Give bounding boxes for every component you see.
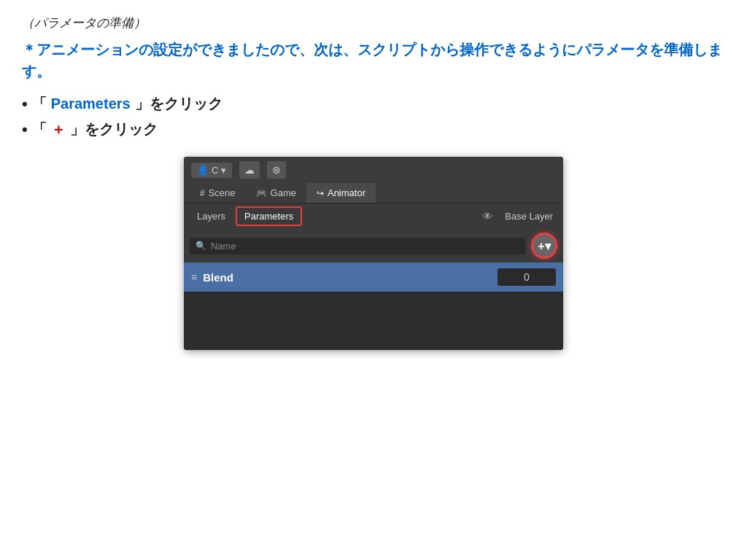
- search-icon: 🔍: [196, 241, 206, 251]
- bullet-parameters: 「Parameters」をクリック: [22, 94, 725, 114]
- collab-button[interactable]: ⊛: [267, 161, 286, 179]
- search-box: 🔍 Name: [190, 238, 525, 254]
- subtab-layers-label: Layers: [197, 211, 225, 222]
- tab-animator[interactable]: ↪ Animator: [306, 183, 376, 203]
- user-button[interactable]: 👤 C ▾: [191, 163, 232, 178]
- screenshot-container: 👤 C ▾ ☁ ⊛ # Scene 🎮 Game ↪ Animator Laye…: [184, 157, 563, 350]
- user-label: C: [212, 165, 218, 176]
- blend-label: Blend: [203, 271, 498, 284]
- baselayer-label: Base Layer: [500, 208, 557, 225]
- scene-icon: #: [200, 188, 205, 198]
- add-parameter-button[interactable]: +▾: [531, 233, 557, 259]
- animator-canvas-area: [184, 292, 563, 350]
- bullet-list: 「Parameters」をクリック 「＋」をクリック: [22, 94, 725, 139]
- cloud-icon: ☁: [244, 164, 255, 176]
- eye-button[interactable]: 👁: [478, 209, 498, 224]
- animator-subtabs: Layers Parameters 👁 Base Layer: [184, 203, 563, 229]
- user-icon: 👤: [197, 165, 209, 176]
- tab-scene[interactable]: # Scene: [190, 183, 246, 203]
- main-description: ＊アニメーションの設定ができましたので、次は、スクリプトから操作できるようにパラ…: [22, 39, 725, 82]
- subtab-parameters[interactable]: Parameters: [236, 206, 302, 226]
- tab-game[interactable]: 🎮 Game: [246, 183, 306, 203]
- animator-icon: ↪: [317, 188, 324, 198]
- subtitle: （パラメータの準備）: [22, 15, 725, 31]
- blend-icon: ≡: [191, 271, 197, 283]
- tab-scene-label: Scene: [209, 187, 236, 198]
- subtab-layers[interactable]: Layers: [190, 208, 233, 225]
- collab-icon: ⊛: [272, 164, 281, 176]
- bullet-parameters-highlight: Parameters: [51, 96, 131, 112]
- tab-animator-label: Animator: [328, 187, 365, 198]
- bullet-parameters-prefix: 「: [32, 94, 47, 114]
- bullet-add: 「＋」をクリック: [22, 120, 725, 139]
- tab-game-label: Game: [271, 187, 296, 198]
- bullet-add-suffix: 」をクリック: [70, 120, 158, 139]
- subtab-parameters-label: Parameters: [244, 211, 293, 222]
- unity-tabs: # Scene 🎮 Game ↪ Animator: [184, 183, 563, 203]
- animator-search-row: 🔍 Name +▾: [184, 229, 563, 262]
- dropdown-arrow: ▾: [221, 165, 226, 176]
- bullet-parameters-suffix: 」をクリック: [135, 94, 222, 114]
- bullet-add-highlight: ＋: [51, 120, 66, 139]
- unity-topbar: 👤 C ▾ ☁ ⊛: [184, 157, 563, 183]
- cloud-button[interactable]: ☁: [239, 161, 260, 179]
- blend-value: 0: [498, 268, 556, 286]
- game-icon: 🎮: [256, 188, 267, 198]
- search-placeholder: Name: [211, 241, 236, 252]
- add-icon: +▾: [538, 239, 550, 253]
- eye-icon: 👁: [482, 210, 493, 222]
- blend-row: ≡ Blend 0: [184, 262, 563, 292]
- bullet-add-prefix: 「: [32, 120, 47, 139]
